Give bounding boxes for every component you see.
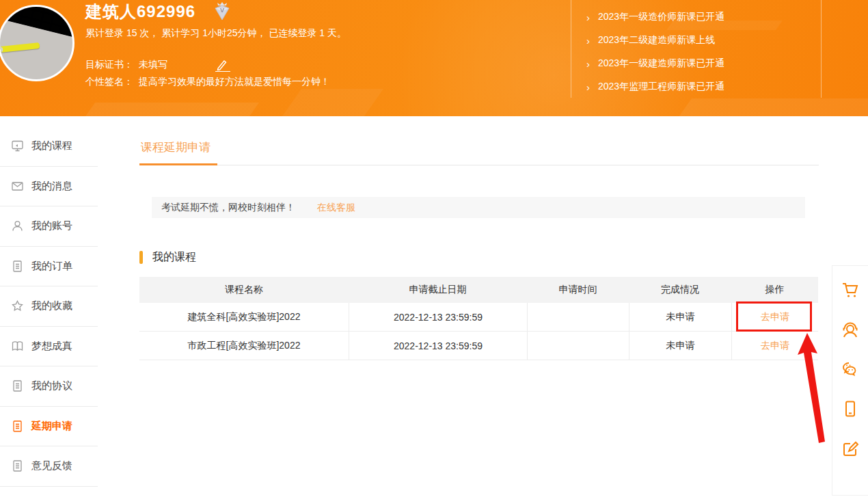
mobile-app-button[interactable]: [832, 389, 868, 429]
wechat-button[interactable]: [832, 349, 868, 389]
sidebar-item-delay-application[interactable]: 延期申请: [0, 407, 98, 447]
table-header-row: 课程名称 申请截止日期 申请时间 完成情况 操作: [139, 277, 818, 303]
header-divider: [571, 0, 571, 98]
edit-cert-button[interactable]: [215, 58, 230, 72]
target-cert-value: 未填写: [139, 59, 167, 71]
header-decor-bar: [273, 89, 383, 116]
news-list: › 2023年一级造价师新课已开通 › 2023年二级建造师新课上线 › 202…: [586, 5, 812, 98]
avatar[interactable]: [0, 5, 74, 81]
sidebar-item-label: 我的账号: [31, 219, 72, 232]
sidebar-item-label: 延期申请: [31, 420, 72, 433]
header-divider: [821, 0, 822, 98]
tab-course-delay-application[interactable]: 课程延期申请: [141, 139, 211, 155]
avatar-pen-photo: [0, 42, 40, 53]
account-person-icon: [11, 219, 24, 232]
signature-label: 个性签名：: [85, 76, 133, 88]
tab-underline-track: [139, 165, 819, 165]
login-study-stats: 累计登录 15 次， 累计学习 1小时25分钟， 已连续登录 1 天。: [85, 27, 347, 40]
online-service-link[interactable]: 在线客服: [317, 202, 355, 214]
dream-book-icon: [11, 340, 24, 353]
delay-application-table: 课程名称 申请截止日期 申请时间 完成情况 操作 建筑全科[高效实验班]2022…: [139, 277, 818, 360]
news-item[interactable]: › 2023年二级建造师新课上线: [586, 29, 812, 52]
favorite-star-icon: [11, 299, 24, 312]
sidebar-item-label: 梦想成真: [31, 340, 72, 353]
target-cert-label: 目标证书：: [85, 59, 133, 71]
customer-service-button[interactable]: [832, 310, 868, 349]
table-row: 建筑全科[高效实验班]2022 2022-12-13 23:59:59 未申请 …: [139, 303, 818, 332]
sidebar-item-dream-come-true[interactable]: 梦想成真: [0, 327, 98, 367]
column-header-apply-time: 申请时间: [527, 277, 629, 303]
sidebar-item-my-agreements[interactable]: 我的协议: [0, 366, 98, 407]
column-header-action: 操作: [731, 277, 818, 303]
signature-value: 提高学习效果的最好方法就是爱惜每一分钟！: [139, 76, 330, 88]
section-title-accent-bar: [139, 251, 143, 264]
deadline-cell: 2022-12-13 23:59:59: [349, 332, 527, 360]
notice-bar: 考试延期不慌，网校时刻相伴！ 在线客服: [152, 197, 805, 218]
agreement-document-icon: [11, 379, 24, 392]
column-header-status: 完成情况: [629, 277, 731, 303]
tab-active-underline: [139, 163, 217, 165]
sidebar-item-my-favorites[interactable]: 我的收藏: [0, 286, 98, 327]
sidebar-item-label: 我的消息: [31, 180, 72, 193]
header-decor-bar: [83, 103, 259, 116]
chevron-right-icon: ›: [586, 12, 590, 23]
svg-text:V: V: [220, 7, 224, 14]
sidebar-item-label: 意见反馈: [31, 459, 72, 472]
deadline-cell: 2022-12-13 23:59:59: [349, 303, 527, 331]
message-envelope-icon: [11, 180, 24, 193]
vip-badge-icon: V: [212, 1, 232, 22]
apply-time-cell: [527, 332, 629, 360]
mobile-icon: [841, 399, 860, 418]
sidebar-nav: 我的课程 我的消息 我的账号 我的订单 我的收藏 梦想成真 我的协议: [0, 116, 98, 487]
news-item-text: 2023年监理工程师新课已开通: [598, 81, 724, 93]
sidebar-item-feedback[interactable]: 意见反馈: [0, 446, 98, 487]
go-apply-link[interactable]: 去申请: [761, 340, 789, 352]
chevron-right-icon: ›: [586, 35, 590, 46]
order-document-icon: [11, 260, 24, 273]
username: 建筑人692996: [85, 1, 195, 23]
sidebar-item-label: 我的收藏: [31, 299, 72, 312]
wechat-icon: [841, 360, 860, 379]
course-name-cell: 建筑全科[高效实验班]2022: [139, 303, 349, 331]
avatar-keyboard-photo: [1, 5, 74, 42]
chevron-right-icon: ›: [586, 81, 590, 93]
news-item[interactable]: › 2023年监理工程师新课已开通: [586, 75, 812, 98]
chevron-right-icon: ›: [586, 58, 590, 70]
notice-text: 考试延期不慌，网校时刻相伴！: [161, 202, 295, 214]
sidebar-item-my-courses[interactable]: 我的课程: [0, 126, 98, 167]
feedback-edit-button[interactable]: [832, 429, 868, 468]
cart-button[interactable]: [832, 270, 868, 310]
news-item[interactable]: › 2023年一级造价师新课已开通: [586, 5, 812, 29]
sidebar-item-label: 我的订单: [31, 260, 72, 273]
status-cell: 未申请: [629, 332, 731, 360]
delay-document-icon: [11, 420, 24, 433]
feedback-document-icon: [11, 459, 24, 472]
section-title-my-courses: 我的课程: [139, 250, 196, 265]
sidebar-item-label: 我的协议: [31, 379, 72, 392]
customer-service-icon: [841, 320, 860, 339]
profile-header: 建筑人692996 V 累计登录 15 次， 累计学习 1小时25分钟， 已连续…: [0, 0, 868, 116]
sidebar-item-my-account[interactable]: 我的账号: [0, 206, 98, 247]
news-item-text: 2023年二级建造师新课上线: [598, 34, 715, 46]
news-item-text: 2023年一级造价师新课已开通: [598, 11, 724, 23]
go-apply-link[interactable]: 去申请: [761, 311, 789, 323]
course-screen-icon: [11, 139, 24, 152]
status-cell: 未申请: [629, 303, 731, 331]
news-item-text: 2023年一级建造师新课已开通: [598, 57, 724, 70]
column-header-deadline: 申请截止日期: [349, 277, 527, 303]
edit-icon: [841, 439, 860, 458]
floating-toolbar: [832, 265, 868, 496]
pencil-icon: [215, 59, 228, 71]
sidebar-item-my-orders[interactable]: 我的订单: [0, 247, 98, 287]
news-item[interactable]: › 2023年一级建造师新课已开通: [586, 52, 812, 75]
section-title-text: 我的课程: [152, 250, 196, 265]
column-header-course-name: 课程名称: [139, 277, 349, 303]
cart-icon: [841, 280, 860, 299]
course-name-cell: 市政工程[高效实验班]2022: [139, 332, 349, 360]
header-decor-bar: [675, 98, 868, 116]
apply-time-cell: [527, 303, 629, 331]
sidebar-item-my-messages[interactable]: 我的消息: [0, 167, 98, 207]
table-row: 市政工程[高效实验班]2022 2022-12-13 23:59:59 未申请 …: [139, 332, 818, 360]
sidebar-item-label: 我的课程: [31, 139, 72, 152]
